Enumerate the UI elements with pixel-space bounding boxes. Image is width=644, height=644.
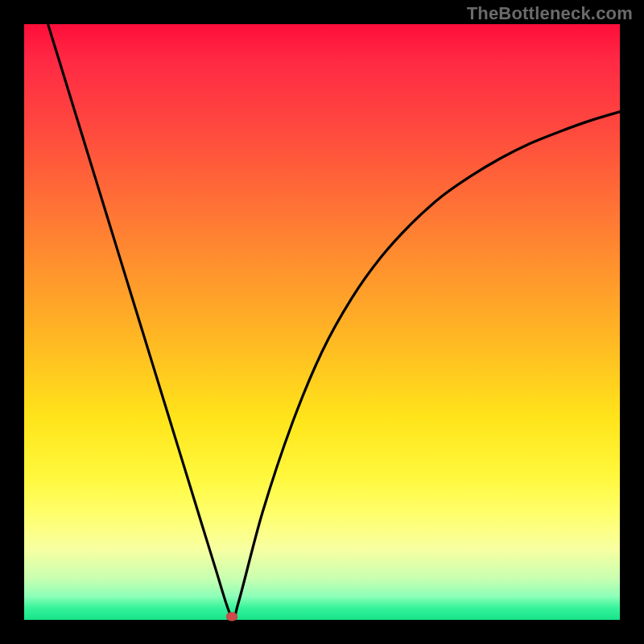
chart-frame: TheBottleneck.com: [0, 0, 644, 644]
watermark-text: TheBottleneck.com: [467, 3, 633, 24]
curve-svg: [24, 24, 620, 620]
curve-path: [48, 24, 620, 619]
plot-area: [24, 24, 620, 620]
minimum-marker: [226, 613, 237, 621]
